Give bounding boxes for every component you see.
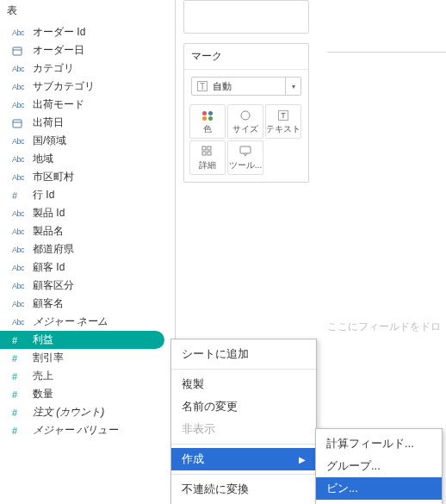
mark-btn-label: 詳細 xyxy=(199,159,216,171)
number-icon: # xyxy=(12,426,29,436)
sub-group[interactable]: グループ... xyxy=(316,455,442,477)
ctx-rename[interactable]: 名前の変更 xyxy=(171,395,316,418)
mark-btn-label: テキスト xyxy=(266,123,300,135)
ctx-duplicate[interactable]: 複製 xyxy=(171,373,316,395)
field-label: 製品 Id xyxy=(29,206,65,221)
field-row[interactable]: Abc顧客 Id xyxy=(0,258,175,277)
svg-rect-6 xyxy=(208,146,211,150)
text-icon: T xyxy=(278,108,288,123)
mark-buttons: 色サイズTテキスト詳細ツール... xyxy=(184,103,308,182)
create-submenu: 計算フィールド... グループ... ビン... パラメーター... xyxy=(315,428,443,504)
field-row[interactable]: Abc国/領域 xyxy=(0,132,175,150)
field-row[interactable]: #売上 xyxy=(0,367,175,385)
field-list: Abcオーダー Idオーダー日AbcカテゴリAbcサブカテゴリAbc出荷モード出… xyxy=(0,23,175,439)
field-row[interactable]: #利益 xyxy=(0,331,164,349)
abc-icon: Abc xyxy=(12,101,29,109)
number-icon: # xyxy=(12,353,29,364)
field-row[interactable]: #割引率 xyxy=(0,349,175,367)
abc-icon: Abc xyxy=(12,65,29,73)
tooltip-icon xyxy=(238,144,252,159)
svg-rect-7 xyxy=(202,152,206,155)
field-label: 国/領域 xyxy=(29,134,66,148)
abc-icon: Abc xyxy=(12,137,29,146)
svg-rect-0 xyxy=(13,47,22,55)
abc-icon: Abc xyxy=(12,300,29,308)
field-row[interactable]: Abc顧客区分 xyxy=(0,277,175,295)
ctx-add-to-sheet[interactable]: シートに追加 xyxy=(171,343,316,365)
field-label: 利益 xyxy=(29,333,53,347)
field-label: 市区町村 xyxy=(29,170,74,184)
detail-icon xyxy=(201,144,214,159)
ctx-to-dimension[interactable]: ディメンションに変換 xyxy=(171,501,316,504)
field-row[interactable]: オーダー日 xyxy=(0,41,175,59)
ctx-hide: 非表示 xyxy=(171,418,316,440)
number-icon: # xyxy=(12,408,29,418)
abc-icon: Abc xyxy=(12,282,29,290)
number-icon: # xyxy=(12,389,29,400)
field-label: 出荷日 xyxy=(29,115,64,130)
field-label: 数量 xyxy=(29,387,53,401)
field-label: 地域 xyxy=(29,152,53,166)
size-icon xyxy=(238,108,252,123)
mark-text-button[interactable]: Tテキスト xyxy=(265,104,301,139)
divider xyxy=(171,474,316,475)
abc-icon: Abc xyxy=(12,264,29,272)
mark-color-button[interactable]: 色 xyxy=(189,104,226,139)
divider xyxy=(327,52,446,53)
abc-icon: Abc xyxy=(12,173,29,182)
canvas-drop-hint: ここにフィールドをドロ xyxy=(327,320,441,334)
field-label: 売上 xyxy=(29,369,53,383)
chevron-right-icon: ▶ xyxy=(299,455,306,464)
field-row[interactable]: 出荷日 xyxy=(0,114,175,132)
field-label: カテゴリ xyxy=(29,61,74,76)
field-row[interactable]: Abc都道府県 xyxy=(0,240,175,258)
ctx-to-discrete[interactable]: 不連続に変換 xyxy=(171,478,316,501)
number-icon: # xyxy=(12,371,29,382)
marks-type-dropdown[interactable]: T 自動 ▾ xyxy=(191,77,301,96)
abc-icon: Abc xyxy=(12,83,29,91)
abc-icon: Abc xyxy=(12,209,29,218)
mark-size-button[interactable]: サイズ xyxy=(227,104,263,139)
mark-detail-button[interactable]: 詳細 xyxy=(189,140,226,175)
abc-icon: Abc xyxy=(12,246,29,254)
field-row[interactable]: Abc出荷モード xyxy=(0,96,175,114)
field-row[interactable]: Abc地域 xyxy=(0,150,175,168)
field-label: オーダー日 xyxy=(29,43,84,58)
field-label: 都道府県 xyxy=(29,242,74,257)
field-row[interactable]: Abcカテゴリ xyxy=(0,59,175,78)
field-label: 注文 (カウント) xyxy=(29,405,104,420)
svg-rect-2 xyxy=(13,120,22,128)
filters-card xyxy=(183,0,309,34)
field-label: 顧客 Id xyxy=(29,260,65,275)
color-icon xyxy=(202,108,214,123)
data-pane: 表 Abcオーダー Idオーダー日AbcカテゴリAbcサブカテゴリAbc出荷モー… xyxy=(0,0,176,504)
ctx-create[interactable]: 作成 ▶ xyxy=(171,448,316,470)
field-row[interactable]: #メジャー バリュー xyxy=(0,421,175,439)
text-mark-icon: T xyxy=(197,81,208,91)
field-row[interactable]: #行 Id xyxy=(0,186,175,204)
mark-btn-label: サイズ xyxy=(232,123,258,135)
abc-icon: Abc xyxy=(12,28,29,37)
field-label: サブカテゴリ xyxy=(29,79,95,94)
pane-header: 表 xyxy=(0,0,175,23)
field-row[interactable]: Abc製品名 xyxy=(0,222,175,240)
sub-parameter[interactable]: パラメーター... xyxy=(316,500,442,504)
field-row[interactable]: #注文 (カウント) xyxy=(0,403,175,421)
mark-btn-label: ツール... xyxy=(229,159,262,171)
svg-rect-5 xyxy=(202,146,206,150)
divider xyxy=(171,444,316,445)
field-label: 製品名 xyxy=(29,224,64,239)
field-context-menu: シートに追加 複製 名前の変更 非表示 作成 ▶ 不連続に変換 ディメンションに… xyxy=(170,339,317,504)
sub-bin[interactable]: ビン... xyxy=(316,477,442,500)
field-row[interactable]: Abc顧客名 xyxy=(0,295,175,313)
field-row[interactable]: Abcメジャー ネーム xyxy=(0,313,175,331)
field-label: 割引率 xyxy=(29,351,64,365)
sub-calculated-field[interactable]: 計算フィールド... xyxy=(316,432,442,455)
mark-tooltip-button[interactable]: ツール... xyxy=(227,140,263,175)
field-row[interactable]: Abc市区町村 xyxy=(0,168,175,186)
field-row[interactable]: Abcサブカテゴリ xyxy=(0,78,175,96)
field-row[interactable]: #数量 xyxy=(0,385,175,403)
field-row[interactable]: Abc製品 Id xyxy=(0,204,175,222)
field-row[interactable]: Abcオーダー Id xyxy=(0,23,175,41)
svg-rect-9 xyxy=(240,146,251,153)
